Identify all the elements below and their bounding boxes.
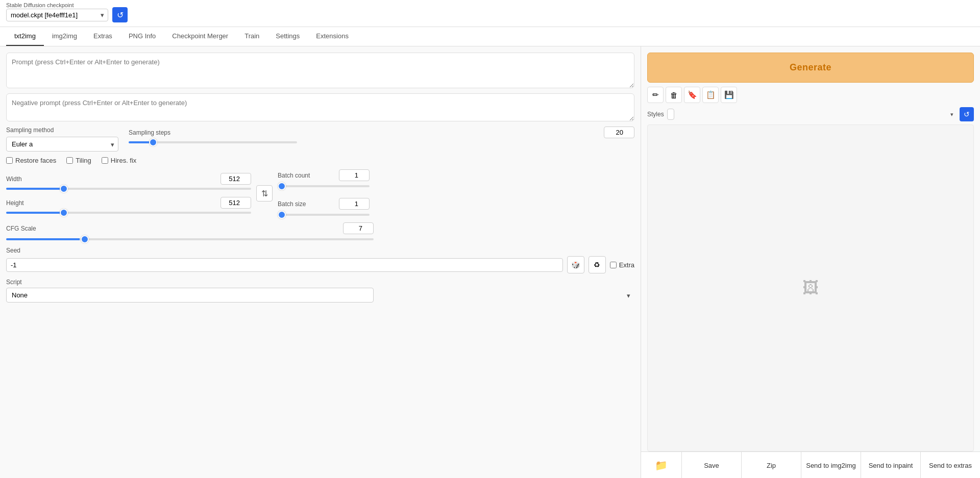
positive-prompt-input[interactable] xyxy=(6,53,634,88)
batch-count-label: Batch count xyxy=(278,172,310,179)
pencil-button[interactable]: ✏ xyxy=(647,87,664,103)
right-panel: Generate ✏ 🗑 🔖 📋 💾 Styles ↺ xyxy=(641,46,980,478)
sampling-method-select-wrapper: Euler a Euler LMS Heun DPM2 DPM++ 2M DDI… xyxy=(6,137,118,152)
checkboxes-row: Restore faces Tiling Hires. fix xyxy=(6,157,634,164)
width-group: Width Height xyxy=(6,173,251,214)
cfg-scale-label: CFG Scale xyxy=(6,225,36,232)
image-placeholder-icon: 🖼 xyxy=(802,279,819,297)
restore-faces-checkbox[interactable] xyxy=(6,157,13,164)
styles-select[interactable] xyxy=(667,109,674,120)
tab-png-info[interactable]: PNG Info xyxy=(120,27,164,46)
styles-row: Styles ↺ xyxy=(647,107,974,121)
tiling-checkbox-label[interactable]: Tiling xyxy=(66,157,91,164)
negative-prompt-input[interactable] xyxy=(6,93,634,121)
sampling-steps-group: Sampling steps xyxy=(129,127,634,143)
sampling-steps-label: Sampling steps xyxy=(129,129,170,136)
dimensions-batch-row: Width Height ⇅ Batch count xyxy=(6,169,634,217)
batch-count-number[interactable] xyxy=(339,169,370,181)
seed-label: Seed xyxy=(6,247,634,254)
script-select[interactable]: None xyxy=(6,288,374,303)
tab-extensions[interactable]: Extensions xyxy=(308,27,357,46)
tiling-checkbox[interactable] xyxy=(66,157,73,164)
seed-extra-checkbox[interactable] xyxy=(610,262,617,268)
zip-button[interactable]: Zip xyxy=(742,452,801,478)
seed-row: 🎲 ♻ Extra xyxy=(6,256,634,273)
tab-train[interactable]: Train xyxy=(236,27,267,46)
top-bar: Stable Diffusion checkpoint model.ckpt [… xyxy=(0,0,980,27)
width-number[interactable] xyxy=(220,173,251,185)
tiling-label: Tiling xyxy=(76,157,91,164)
seed-dice-button[interactable]: 🎲 xyxy=(567,256,584,273)
cfg-scale-group: CFG Scale xyxy=(6,222,634,242)
send-to-inpaint-button[interactable]: Send to inpaint xyxy=(861,452,921,478)
sampling-method-select[interactable]: Euler a Euler LMS Heun DPM2 DPM++ 2M DDI… xyxy=(6,137,118,152)
sampling-method-group: Sampling method Euler a Euler LMS Heun D… xyxy=(6,127,118,152)
toolbar-row: ✏ 🗑 🔖 📋 💾 xyxy=(647,87,974,103)
cfg-scale-slider[interactable] xyxy=(6,238,374,240)
tab-img2img[interactable]: img2img xyxy=(44,27,85,46)
tab-checkpoint-merger[interactable]: Checkpoint Merger xyxy=(164,27,236,46)
sampling-method-label: Sampling method xyxy=(6,127,118,134)
sampling-steps-number[interactable] xyxy=(604,127,634,138)
generate-button[interactable]: Generate xyxy=(647,53,974,83)
batch-size-group: Batch size xyxy=(278,198,370,217)
styles-refresh-button[interactable]: ↺ xyxy=(960,107,974,121)
tab-extras[interactable]: Extras xyxy=(85,27,120,46)
checkpoint-refresh-button[interactable]: ↺ xyxy=(112,7,128,22)
main-content: Sampling method Euler a Euler LMS Heun D… xyxy=(0,46,980,478)
cfg-scale-number[interactable] xyxy=(343,222,374,234)
seed-input[interactable] xyxy=(6,258,563,272)
open-folder-button[interactable]: 📁 xyxy=(641,452,682,478)
width-slider[interactable] xyxy=(6,188,251,190)
height-number[interactable] xyxy=(220,197,251,209)
seed-extra-text: Extra xyxy=(619,261,634,269)
save-icon-button[interactable]: 💾 xyxy=(721,87,737,103)
batch-size-slider[interactable] xyxy=(278,214,370,216)
restore-faces-label: Restore faces xyxy=(15,157,56,164)
seed-recycle-button[interactable]: ♻ xyxy=(589,256,606,273)
model-select-wrapper: model.ckpt [fe4efff1e1] xyxy=(6,9,108,21)
script-section: Script None xyxy=(6,279,634,303)
batch-size-number[interactable] xyxy=(339,198,370,210)
tab-settings[interactable]: Settings xyxy=(267,27,308,46)
sampling-row: Sampling method Euler a Euler LMS Heun D… xyxy=(6,127,634,152)
dimensions-section: Width Height ⇅ Batch count xyxy=(6,169,370,217)
batch-count-group: Batch count xyxy=(278,169,370,189)
batch-section: Batch count Batch size xyxy=(278,169,370,217)
hires-fix-label: Hires. fix xyxy=(111,157,137,164)
image-preview-area: 🖼 xyxy=(647,124,974,451)
restore-faces-checkbox-label[interactable]: Restore faces xyxy=(6,157,56,164)
script-label: Script xyxy=(6,279,634,286)
script-select-wrapper: None xyxy=(6,288,634,303)
left-panel: Sampling method Euler a Euler LMS Heun D… xyxy=(0,46,641,478)
batch-count-slider[interactable] xyxy=(278,185,370,187)
batch-size-label: Batch size xyxy=(278,200,306,208)
seed-section: Seed 🎲 ♻ Extra xyxy=(6,247,634,273)
model-select[interactable]: model.ckpt [fe4efff1e1] xyxy=(6,9,108,21)
height-slider[interactable] xyxy=(6,212,251,214)
swap-dimensions-button[interactable]: ⇅ xyxy=(256,185,273,202)
seed-extra-label[interactable]: Extra xyxy=(610,261,634,269)
width-label: Width xyxy=(6,175,22,183)
checkpoint-label: Stable Diffusion checkpoint xyxy=(6,2,74,8)
height-label: Height xyxy=(6,199,24,207)
send-to-extras-button[interactable]: Send to extras xyxy=(921,452,980,478)
hires-fix-checkbox-label[interactable]: Hires. fix xyxy=(102,157,137,164)
tab-txt2img[interactable]: txt2img xyxy=(6,27,44,46)
styles-label: Styles xyxy=(647,111,664,118)
sampling-steps-slider[interactable] xyxy=(129,141,297,143)
right-panel-controls: Generate ✏ 🗑 🔖 📋 💾 Styles ↺ xyxy=(641,46,980,124)
hires-fix-checkbox[interactable] xyxy=(102,157,108,164)
clipboard-button[interactable]: 📋 xyxy=(702,87,719,103)
bookmark-button[interactable]: 🔖 xyxy=(684,87,700,103)
styles-select-wrapper xyxy=(667,109,957,120)
tab-bar: txt2img img2img Extras PNG Info Checkpoi… xyxy=(0,27,980,46)
trash-button[interactable]: 🗑 xyxy=(666,87,682,103)
send-to-img2img-button[interactable]: Send to img2img xyxy=(801,452,861,478)
save-button[interactable]: Save xyxy=(682,452,742,478)
bottom-actions: 📁 Save Zip Send to img2img Send to inpai… xyxy=(641,451,980,478)
